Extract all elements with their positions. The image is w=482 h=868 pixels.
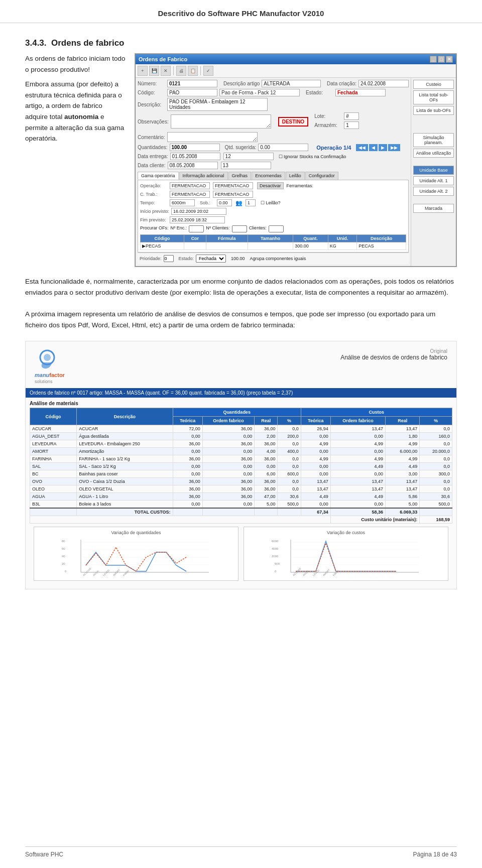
nav-next-btn[interactable]: ▶▶ <box>388 144 400 151</box>
sidebar-unidade-base-btn[interactable]: Unidade Base <box>413 166 454 175</box>
nav-next-one-btn[interactable]: ▶ <box>379 144 387 151</box>
continuation-text: Esta funcionalidade é, normalmente, cara… <box>25 276 457 299</box>
tab-operacao-val2: FERMENTACAO <box>213 182 253 189</box>
svg-text:AGUA: AGUA <box>302 569 309 577</box>
tab-form-fim: Fim previsto: 25.02.2009 18:32 <box>140 216 406 223</box>
custo-value: 168,59 <box>420 516 452 524</box>
tabs-row: Gama operatória Informação adicional Gre… <box>138 172 409 180</box>
table-row: ACUCAR ACUCAR 72,00 36,00 36,00 0,0 26,9… <box>30 425 452 433</box>
tab-leilao[interactable]: Leilão <box>286 172 305 180</box>
sidebar-lista-total-btn[interactable]: Lista total sub-OFs <box>413 90 454 104</box>
th-r-cr: Real <box>386 417 420 425</box>
win-title: Ordens de Fabrico <box>139 56 187 62</box>
toolbar-export-icon[interactable]: 📋 <box>188 66 198 76</box>
section-title: Ordens de fabrico <box>51 38 124 48</box>
components-section: Procurar OFs: Nº Enc.: Nº Clientes: Clie… <box>140 225 406 250</box>
win-minimize-btn[interactable]: _ <box>430 56 437 63</box>
total-ct: 67,34 <box>301 508 330 516</box>
svg-text:ACUCAR: ACUCAR <box>82 567 91 576</box>
comentario-textarea[interactable] <box>167 132 258 142</box>
bottom-prioridade-input[interactable] <box>164 255 174 262</box>
svg-point-1 <box>44 354 51 361</box>
sidebar-simulacao-btn[interactable]: Simulação planeam. <box>413 133 454 147</box>
td-codigo: ▶PECAS <box>141 242 184 250</box>
sidebar-unidade-alt1-btn[interactable]: Unidade Alt. 1 <box>413 176 454 185</box>
sidebar-unidade-alt2-btn[interactable]: Unidade Alt. 2 <box>413 187 454 196</box>
toolbar-delete-icon[interactable]: ✕ <box>161 66 171 76</box>
sidebar-spacer3 <box>413 197 454 202</box>
sidebar-analise-btn[interactable]: Análise utilização <box>413 149 454 158</box>
svg-text:40: 40 <box>62 555 65 558</box>
comentario-label: Comentário: <box>138 135 165 140</box>
data-entrega-label: Data entrega: <box>138 154 168 159</box>
original-label: Original <box>340 348 447 354</box>
data-cliente-value: 08.05.2008 <box>168 162 218 169</box>
toolbar-ok-icon[interactable]: ✓ <box>203 66 213 76</box>
svg-text:ACUCAR: ACUCAR <box>292 567 301 576</box>
obs-textarea[interactable] <box>171 114 271 129</box>
sidebar-spacer <box>413 116 454 132</box>
th-r-qr: Real <box>255 417 278 425</box>
nav-prev-one-btn[interactable]: ◀ <box>369 144 378 151</box>
sidebar-lista-sub-btn[interactable]: Lista de sub-OFs <box>413 106 454 115</box>
td-quant: 300.00 <box>293 242 328 250</box>
toolbar-print-icon[interactable]: 🖨 <box>176 66 186 76</box>
charts-row: Variação de quantidades 80 60 40 20 <box>30 524 452 585</box>
tab-ctrab-value: FERMENTACAO <box>170 191 210 198</box>
th-quant: Quant. <box>293 235 328 242</box>
svg-text:80: 80 <box>62 540 65 543</box>
tab-grelhas[interactable]: Grelhas <box>228 172 252 180</box>
win-maximize-btn[interactable]: □ <box>438 56 445 63</box>
tab-configurador[interactable]: Configurador <box>305 172 338 180</box>
data-cliente-num: 13 <box>221 162 271 169</box>
win-titlebar: Ordens de Fabrico _ □ ✕ <box>136 54 456 64</box>
custo-row: Custo unitário (materiais): 168,59 <box>30 516 452 524</box>
td-r-qt: 72,00 <box>173 425 202 433</box>
toolbar-save-icon[interactable]: 💾 <box>149 66 159 76</box>
nav-buttons: ◀◀ ◀ ▶ ▶▶ <box>356 144 400 151</box>
table-toolbar: Procurar OFs: Nº Enc.: Nº Clientes: Clie… <box>140 225 406 232</box>
th-r-custos: Custos <box>301 408 452 417</box>
tab-form-tempo: Tempo: 6000m Sob.: 0.00 👥 1 ☐ Leilão? <box>140 199 406 206</box>
tab-encomendas[interactable]: Encomendas <box>252 172 285 180</box>
report-table-head: Código Descrição Quantidades Custos Teór… <box>30 408 452 425</box>
sidebar-marcada-btn[interactable]: Marcada <box>413 204 454 213</box>
desc-value: ALTERADA <box>262 80 321 87</box>
report-logo: manufactor solutions <box>35 348 65 384</box>
nrcli-input[interactable] <box>232 225 247 232</box>
quantidades-label: Quantidades: <box>138 145 168 150</box>
table-row: LEVEDURA LEVEDURA - Embalagem 250 36,00 … <box>30 440 452 448</box>
destino-badge: DESTINO <box>278 117 308 127</box>
sidebar-custeio-btn[interactable]: Custeio <box>413 80 454 89</box>
section-number: 3.4.3. <box>25 38 47 48</box>
th-r-qof: Ordem fabrico <box>202 417 254 425</box>
th-tamanho: Tamanho <box>248 235 293 242</box>
bottom-bar: Prioridade: Estado: Fechada 100.00 Agrup… <box>138 253 409 264</box>
report-table-body: ACUCAR ACUCAR 72,00 36,00 36,00 0,0 26,9… <box>30 425 452 524</box>
svg-text:0: 0 <box>65 570 67 573</box>
win-close-btn[interactable]: ✕ <box>446 56 453 63</box>
footer-left: Software PHC <box>25 851 63 858</box>
page-footer: Software PHC Página 18 de 43 <box>25 846 457 858</box>
form-row-dates: Data entrega: 01.05.2008 12 ☐ Ignorar St… <box>138 153 409 160</box>
chart-cost-title: Variação de custos <box>247 530 445 535</box>
cliente-input[interactable] <box>269 225 284 232</box>
table-header-row: Código Cor Fórmula Tamanho Quant. Unid. … <box>141 235 406 242</box>
svg-text:0: 0 <box>275 570 277 573</box>
logo-text: manufactor solutions <box>35 372 65 384</box>
tab-gama[interactable]: Gama operatória <box>138 172 179 180</box>
tab-tempo-value: 6000m <box>170 199 195 206</box>
th-r-quantidades: Quantidades <box>173 408 301 417</box>
th-unid: Unid. <box>328 235 357 242</box>
toolbar-new-icon[interactable]: + <box>138 66 148 76</box>
custo-label: Custo unitário (materiais): <box>330 516 419 524</box>
cliente-label: Clientes: <box>249 225 267 232</box>
tab-left: Operação: FERMENTACAO FERMENTACAO Desact… <box>140 182 406 250</box>
svg-text:AGUA: AGUA <box>92 569 99 577</box>
bottom-estado-select[interactable]: Fechada <box>196 255 226 263</box>
desactivar-btn[interactable]: Desactivar <box>257 182 284 189</box>
tab-info[interactable]: Informação adicional <box>179 172 228 180</box>
nav-prev-btn[interactable]: ◀◀ <box>356 144 368 151</box>
obs-label: Observações: <box>138 119 169 125</box>
nrenc-input[interactable] <box>189 225 204 232</box>
